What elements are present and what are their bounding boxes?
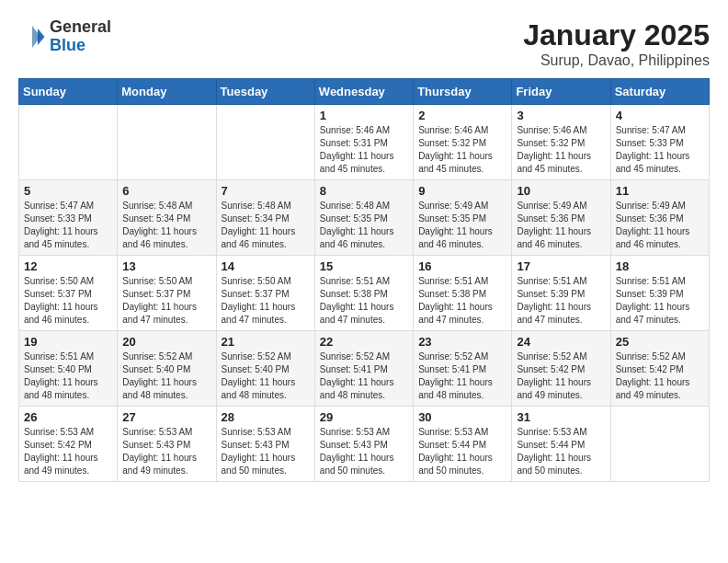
day-number: 1	[320, 109, 408, 122]
day-info: Sunrise: 5:51 AM Sunset: 5:38 PM Dayligh…	[320, 275, 408, 327]
day-info: Sunrise: 5:49 AM Sunset: 5:36 PM Dayligh…	[616, 200, 704, 251]
calendar-day-header: Saturday	[610, 79, 709, 105]
day-info: Sunrise: 5:48 AM Sunset: 5:35 PM Dayligh…	[320, 200, 408, 251]
day-number: 13	[122, 259, 210, 273]
calendar-cell: 23Sunrise: 5:52 AM Sunset: 5:41 PM Dayli…	[414, 331, 512, 407]
calendar-cell: 16Sunrise: 5:51 AM Sunset: 5:38 PM Dayli…	[414, 256, 512, 331]
svg-marker-1	[32, 26, 40, 48]
calendar-cell: 21Sunrise: 5:52 AM Sunset: 5:40 PM Dayli…	[216, 331, 314, 407]
day-number: 9	[418, 184, 506, 198]
calendar-week-row: 26Sunrise: 5:53 AM Sunset: 5:42 PM Dayli…	[19, 407, 710, 482]
calendar-cell: 15Sunrise: 5:51 AM Sunset: 5:38 PM Dayli…	[314, 256, 413, 331]
main-title: January 2025	[523, 18, 710, 52]
day-number: 31	[517, 410, 605, 424]
calendar-day-header: Friday	[512, 79, 610, 105]
calendar-table: SundayMondayTuesdayWednesdayThursdayFrid…	[18, 78, 710, 482]
calendar-cell: 18Sunrise: 5:51 AM Sunset: 5:39 PM Dayli…	[610, 256, 709, 331]
calendar-cell: 17Sunrise: 5:51 AM Sunset: 5:39 PM Dayli…	[512, 256, 610, 331]
day-info: Sunrise: 5:52 AM Sunset: 5:40 PM Dayligh…	[122, 350, 210, 402]
day-number: 4	[616, 109, 704, 122]
day-info: Sunrise: 5:51 AM Sunset: 5:39 PM Dayligh…	[517, 275, 605, 327]
day-info: Sunrise: 5:53 AM Sunset: 5:43 PM Dayligh…	[122, 426, 210, 477]
day-info: Sunrise: 5:52 AM Sunset: 5:40 PM Dayligh…	[222, 350, 310, 402]
day-number: 20	[122, 335, 210, 349]
day-info: Sunrise: 5:49 AM Sunset: 5:36 PM Dayligh…	[517, 200, 605, 251]
calendar-day-header: Monday	[118, 79, 216, 105]
day-info: Sunrise: 5:53 AM Sunset: 5:44 PM Dayligh…	[517, 426, 605, 477]
calendar-cell: 26Sunrise: 5:53 AM Sunset: 5:42 PM Dayli…	[19, 407, 118, 482]
calendar-cell: 2Sunrise: 5:46 AM Sunset: 5:32 PM Daylig…	[414, 105, 512, 180]
calendar-cell: 27Sunrise: 5:53 AM Sunset: 5:43 PM Dayli…	[118, 407, 216, 482]
day-number: 17	[517, 259, 605, 273]
day-info: Sunrise: 5:46 AM Sunset: 5:31 PM Dayligh…	[320, 124, 408, 176]
calendar-cell: 29Sunrise: 5:53 AM Sunset: 5:43 PM Dayli…	[314, 407, 413, 482]
day-number: 24	[517, 335, 605, 349]
calendar-cell: 12Sunrise: 5:50 AM Sunset: 5:37 PM Dayli…	[19, 256, 118, 331]
calendar-cell	[118, 105, 216, 180]
calendar-week-row: 19Sunrise: 5:51 AM Sunset: 5:40 PM Dayli…	[19, 331, 710, 407]
calendar-cell: 11Sunrise: 5:49 AM Sunset: 5:36 PM Dayli…	[610, 180, 709, 256]
day-info: Sunrise: 5:53 AM Sunset: 5:43 PM Dayligh…	[222, 426, 310, 477]
day-number: 12	[24, 259, 112, 273]
calendar-cell: 30Sunrise: 5:53 AM Sunset: 5:44 PM Dayli…	[414, 407, 512, 482]
calendar-cell: 19Sunrise: 5:51 AM Sunset: 5:40 PM Dayli…	[19, 331, 118, 407]
day-number: 22	[320, 335, 408, 349]
day-number: 3	[517, 109, 605, 122]
day-info: Sunrise: 5:46 AM Sunset: 5:32 PM Dayligh…	[418, 124, 506, 176]
calendar-day-header: Tuesday	[216, 79, 314, 105]
day-number: 6	[122, 184, 210, 198]
calendar-cell: 5Sunrise: 5:47 AM Sunset: 5:33 PM Daylig…	[19, 180, 118, 256]
calendar-cell: 22Sunrise: 5:52 AM Sunset: 5:41 PM Dayli…	[314, 331, 413, 407]
calendar-cell	[216, 105, 314, 180]
calendar-cell: 20Sunrise: 5:52 AM Sunset: 5:40 PM Dayli…	[118, 331, 216, 407]
day-info: Sunrise: 5:52 AM Sunset: 5:42 PM Dayligh…	[616, 350, 704, 402]
day-info: Sunrise: 5:49 AM Sunset: 5:35 PM Dayligh…	[418, 200, 506, 251]
day-number: 14	[222, 259, 310, 273]
page-header: General Blue January 2025 Surup, Davao, …	[18, 18, 710, 69]
day-number: 23	[418, 335, 506, 349]
day-info: Sunrise: 5:50 AM Sunset: 5:37 PM Dayligh…	[222, 275, 310, 327]
calendar-cell: 1Sunrise: 5:46 AM Sunset: 5:31 PM Daylig…	[314, 105, 413, 180]
calendar-day-header: Thursday	[414, 79, 512, 105]
calendar-day-header: Sunday	[19, 79, 118, 105]
day-number: 26	[24, 410, 112, 424]
calendar-cell: 6Sunrise: 5:48 AM Sunset: 5:34 PM Daylig…	[118, 180, 216, 256]
calendar-cell: 24Sunrise: 5:52 AM Sunset: 5:42 PM Dayli…	[512, 331, 610, 407]
calendar-cell: 8Sunrise: 5:48 AM Sunset: 5:35 PM Daylig…	[314, 180, 413, 256]
day-number: 11	[616, 184, 704, 198]
day-number: 16	[418, 259, 506, 273]
calendar-cell	[610, 407, 709, 482]
day-info: Sunrise: 5:51 AM Sunset: 5:40 PM Dayligh…	[24, 350, 112, 402]
calendar-cell: 14Sunrise: 5:50 AM Sunset: 5:37 PM Dayli…	[216, 256, 314, 331]
day-number: 19	[24, 335, 112, 349]
day-info: Sunrise: 5:47 AM Sunset: 5:33 PM Dayligh…	[24, 200, 112, 251]
day-number: 29	[320, 410, 408, 424]
calendar-cell: 3Sunrise: 5:46 AM Sunset: 5:32 PM Daylig…	[512, 105, 610, 180]
day-number: 15	[320, 259, 408, 273]
day-number: 8	[320, 184, 408, 198]
day-info: Sunrise: 5:48 AM Sunset: 5:34 PM Dayligh…	[122, 200, 210, 251]
calendar-cell: 28Sunrise: 5:53 AM Sunset: 5:43 PM Dayli…	[216, 407, 314, 482]
logo-icon	[18, 23, 46, 51]
calendar-cell: 4Sunrise: 5:47 AM Sunset: 5:33 PM Daylig…	[610, 105, 709, 180]
calendar-cell: 31Sunrise: 5:53 AM Sunset: 5:44 PM Dayli…	[512, 407, 610, 482]
day-number: 2	[418, 109, 506, 122]
day-info: Sunrise: 5:52 AM Sunset: 5:42 PM Dayligh…	[517, 350, 605, 402]
day-number: 18	[616, 259, 704, 273]
calendar-week-row: 5Sunrise: 5:47 AM Sunset: 5:33 PM Daylig…	[19, 180, 710, 256]
logo-general: General	[50, 17, 111, 36]
calendar-cell: 9Sunrise: 5:49 AM Sunset: 5:35 PM Daylig…	[414, 180, 512, 256]
day-number: 10	[517, 184, 605, 198]
day-info: Sunrise: 5:50 AM Sunset: 5:37 PM Dayligh…	[122, 275, 210, 327]
calendar-day-header: Wednesday	[314, 79, 413, 105]
day-number: 5	[24, 184, 112, 198]
day-info: Sunrise: 5:48 AM Sunset: 5:34 PM Dayligh…	[222, 200, 310, 251]
calendar-cell: 13Sunrise: 5:50 AM Sunset: 5:37 PM Dayli…	[118, 256, 216, 331]
day-number: 25	[616, 335, 704, 349]
title-block: January 2025 Surup, Davao, Philippines	[523, 18, 710, 69]
day-info: Sunrise: 5:51 AM Sunset: 5:38 PM Dayligh…	[418, 275, 506, 327]
day-info: Sunrise: 5:52 AM Sunset: 5:41 PM Dayligh…	[320, 350, 408, 402]
day-number: 30	[418, 410, 506, 424]
logo: General Blue	[18, 18, 111, 55]
calendar-cell: 10Sunrise: 5:49 AM Sunset: 5:36 PM Dayli…	[512, 180, 610, 256]
